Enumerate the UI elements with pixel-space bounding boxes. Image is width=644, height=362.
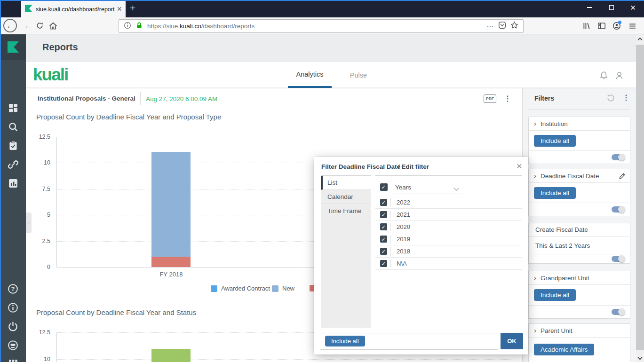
checkbox[interactable]: [380, 248, 387, 255]
chevron-down-icon[interactable]: [453, 185, 459, 190]
page-info-icon[interactable]: [124, 22, 131, 31]
tab-calendar[interactable]: Calendar: [321, 190, 371, 204]
dashboard-icon[interactable]: [7, 102, 19, 114]
logout-icon[interactable]: [7, 321, 19, 332]
reload-button[interactable]: [36, 22, 44, 31]
years-dropdown[interactable]: Years: [395, 184, 411, 191]
option-label: 2018: [397, 245, 410, 258]
bell-icon[interactable]: [599, 71, 608, 82]
user-icon[interactable]: [615, 71, 624, 82]
tab-close-icon[interactable]: [117, 6, 122, 13]
report-title: Institutional Proposals - General: [38, 95, 135, 102]
checkbox[interactable]: [380, 199, 387, 206]
divider: [140, 92, 141, 105]
filter-edit-dialog: Filter Deadline Fiscal Date / Edit filte…: [314, 157, 528, 354]
library-icon[interactable]: [582, 22, 591, 32]
academic-affairs-button[interactable]: Academic Affairs: [534, 344, 594, 355]
toggle-switch[interactable]: [612, 309, 624, 315]
filter-value: This & Last 2 Years: [535, 242, 590, 249]
lock-icon[interactable]: [135, 22, 143, 31]
apps-icon[interactable]: [7, 358, 19, 362]
years-checkbox[interactable]: [380, 183, 388, 191]
include-all-button[interactable]: Include all: [534, 289, 576, 301]
analytics-icon[interactable]: [7, 177, 19, 189]
scrollbar[interactable]: [636, 34, 644, 362]
checkbox[interactable]: [380, 236, 387, 243]
scrollbar-down-icon[interactable]: [636, 356, 644, 359]
filter-section-header[interactable]: Institution: [529, 117, 630, 131]
option-label: N\A: [397, 258, 407, 270]
info-icon[interactable]: [7, 302, 19, 314]
option-row[interactable]: N\A: [375, 258, 522, 270]
bar-segment-red: [151, 257, 191, 267]
url-text: https://siue.kuali.co/dashboard/reports: [147, 23, 483, 30]
feedback-icon[interactable]: [7, 339, 19, 351]
bookmark-star-icon[interactable]: [510, 21, 518, 31]
kuali-logo-icon[interactable]: [0, 34, 26, 60]
toggle-switch[interactable]: [612, 256, 624, 262]
close-icon[interactable]: [517, 160, 522, 172]
sidebars-icon[interactable]: [597, 22, 606, 32]
pdf-export-button[interactable]: PDF: [484, 94, 496, 103]
toggle-switch[interactable]: [612, 154, 624, 160]
report-menu-button[interactable]: [504, 94, 511, 103]
browser-tab[interactable]: siue.kuali.co/dashboard/reports: [21, 0, 126, 17]
checkbox[interactable]: [380, 260, 387, 267]
legend-label: New: [282, 285, 294, 292]
toggle-switch[interactable]: [612, 206, 624, 212]
app-header: kuali Analytics Pulse: [26, 62, 636, 88]
filter-section-header[interactable]: Parent Unit: [529, 324, 630, 338]
maximize-button[interactable]: [601, 0, 622, 15]
option-row[interactable]: 2018: [375, 245, 522, 258]
link-icon[interactable]: [7, 158, 19, 170]
edit-pencil-icon[interactable]: [618, 172, 626, 185]
menu-icon[interactable]: [628, 22, 636, 32]
scrollbar-up-icon[interactable]: [636, 34, 644, 41]
checkbox[interactable]: [380, 211, 387, 218]
filter-card-grandparent-unit: Grandparent Unit Include all: [528, 271, 630, 319]
chevron-right-icon: [534, 172, 536, 180]
y-tick: 7.5: [30, 186, 50, 192]
svg-text:?: ?: [11, 285, 15, 292]
include-all-button[interactable]: Include all: [325, 336, 365, 346]
search-icon[interactable]: [7, 121, 19, 133]
new-tab-button[interactable]: [130, 2, 135, 14]
url-bar[interactable]: https://siue.kuali.co/dashboard/reports: [119, 19, 524, 33]
filter-section-header[interactable]: Create Fiscal Date: [529, 223, 630, 237]
option-label: 2022: [397, 197, 410, 209]
option-row[interactable]: 2021: [375, 209, 522, 221]
filter-section-title: Grandparent Unit: [541, 275, 589, 282]
include-all-button[interactable]: Include all: [534, 187, 576, 199]
forward-button[interactable]: →: [21, 21, 29, 31]
ok-button[interactable]: OK: [501, 333, 523, 349]
chevron-right-icon: [534, 274, 536, 282]
pocket-icon[interactable]: [498, 21, 506, 31]
tab-time-frame[interactable]: Time Frame: [321, 204, 371, 218]
account-icon[interactable]: [612, 22, 621, 32]
back-button[interactable]: ←: [3, 19, 17, 32]
home-button[interactable]: [49, 22, 57, 32]
panel-expander[interactable]: [26, 212, 32, 233]
tab-analytics[interactable]: Analytics: [288, 62, 332, 88]
option-row[interactable]: 2020: [375, 221, 522, 233]
refresh-icon[interactable]: [606, 94, 615, 104]
page-actions-icon[interactable]: [487, 22, 494, 30]
checkbox[interactable]: [380, 223, 387, 230]
legend-item[interactable]: New: [272, 285, 294, 292]
tab-list[interactable]: List: [321, 176, 371, 190]
filter-section-header[interactable]: Deadline Fiscal Date: [529, 169, 630, 183]
help-icon[interactable]: ?: [7, 283, 19, 295]
filters-menu-button[interactable]: [622, 93, 630, 102]
tasks-icon[interactable]: [7, 140, 19, 151]
filter-section-header[interactable]: Grandparent Unit: [529, 271, 630, 285]
scrollbar-thumb[interactable]: [636, 45, 644, 350]
window-close-button[interactable]: [622, 0, 644, 15]
page-title: Reports: [42, 42, 78, 53]
legend-item[interactable]: Awarded Contract: [211, 285, 270, 292]
option-row[interactable]: 2019: [375, 233, 522, 245]
option-row[interactable]: 2022: [375, 197, 522, 209]
tab-pulse[interactable]: Pulse: [342, 62, 375, 88]
minimize-button[interactable]: [579, 0, 600, 15]
include-all-button[interactable]: Include all: [534, 135, 576, 147]
account-badge: [618, 21, 621, 24]
